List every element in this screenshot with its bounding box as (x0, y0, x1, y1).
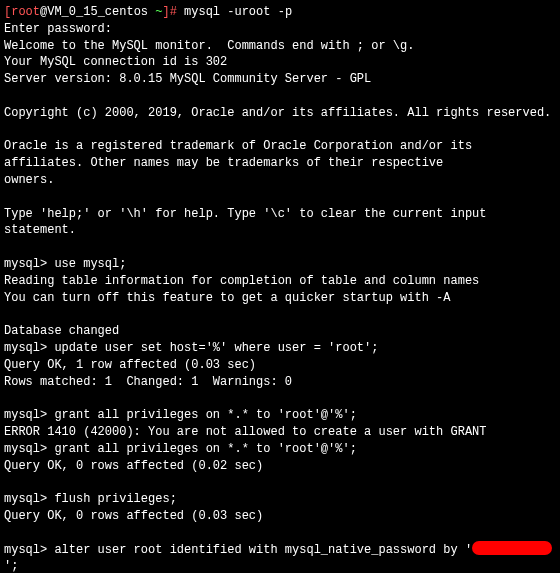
output-line: Server version: 8.0.15 MySQL Community S… (4, 71, 556, 88)
prompt-close: ] (162, 5, 169, 19)
blank-line (4, 239, 556, 256)
output-line: Reading table information for completion… (4, 273, 556, 290)
prompt-user: root (11, 5, 40, 19)
prompt-host: VM_0_15_centos (47, 5, 148, 19)
output-line: Database changed (4, 323, 556, 340)
alter-suffix: '; (4, 559, 18, 573)
output-line: affiliates. Other names may be trademark… (4, 155, 556, 172)
blank-line (4, 390, 556, 407)
prompt-symbol: # (170, 5, 177, 19)
blank-line (4, 306, 556, 323)
mysql-command: mysql> grant all privileges on *.* to 'r… (4, 441, 556, 458)
mysql-command: mysql> alter user root identified with m… (4, 542, 556, 574)
shell-command: mysql -uroot -p (184, 5, 292, 19)
output-line: You can turn off this feature to get a q… (4, 290, 556, 307)
output-line: Copyright (c) 2000, 2019, Oracle and/or … (4, 105, 556, 122)
alter-prefix: mysql> alter user root identified with m… (4, 543, 472, 557)
output-line: Enter password: (4, 21, 556, 38)
blank-line (4, 88, 556, 105)
mysql-command: mysql> use mysql; (4, 256, 556, 273)
redacted-password (472, 541, 552, 555)
error-line: ERROR 1410 (42000): You are not allowed … (4, 424, 556, 441)
shell-prompt-line: [root@VM_0_15_centos ~]# mysql -uroot -p (4, 4, 556, 21)
output-line: Query OK, 0 rows affected (0.03 sec) (4, 508, 556, 525)
output-line: Type 'help;' or '\h' for help. Type '\c'… (4, 206, 556, 240)
output-line: Welcome to the MySQL monitor. Commands e… (4, 38, 556, 55)
blank-line (4, 122, 556, 139)
output-line: Your MySQL connection id is 302 (4, 54, 556, 71)
output-line: Oracle is a registered trademark of Orac… (4, 138, 556, 155)
output-line: Query OK, 0 rows affected (0.02 sec) (4, 458, 556, 475)
mysql-command: mysql> flush privileges; (4, 491, 556, 508)
blank-line (4, 189, 556, 206)
output-line: Query OK, 1 row affected (0.03 sec) (4, 357, 556, 374)
output-line: Rows matched: 1 Changed: 1 Warnings: 0 (4, 374, 556, 391)
mysql-command: mysql> grant all privileges on *.* to 'r… (4, 407, 556, 424)
blank-line (4, 474, 556, 491)
blank-line (4, 525, 556, 542)
output-line: owners. (4, 172, 556, 189)
mysql-command: mysql> update user set host='%' where us… (4, 340, 556, 357)
